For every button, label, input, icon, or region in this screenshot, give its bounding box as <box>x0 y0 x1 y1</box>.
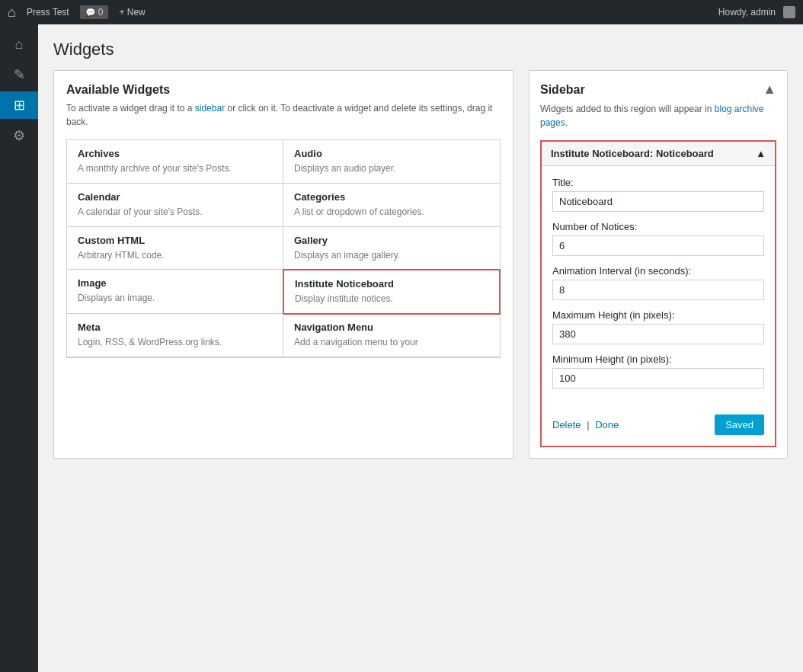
widget-custom-html-desc: Arbitrary HTML code. <box>78 249 272 262</box>
widget-categories-desc: A list or dropdown of categories. <box>294 206 489 219</box>
min-height-label: Minimum Height (in pixels): <box>552 354 764 365</box>
field-min-height: Minimum Height (in pixels): <box>552 354 764 389</box>
widget-audio-name: Audio <box>294 148 489 159</box>
nav-item-posts[interactable]: ✎ <box>0 61 38 88</box>
notices-input[interactable] <box>552 235 764 256</box>
notices-label: Number of Notices: <box>552 221 764 232</box>
page-title: Widgets <box>53 40 788 59</box>
widget-calendar-name: Calendar <box>78 191 272 203</box>
sidebar-area-header: Sidebar ▲ <box>540 82 776 98</box>
widget-navigation-menu[interactable]: Navigation Menu Add a navigation menu to… <box>283 314 500 357</box>
widget-custom-html[interactable]: Custom HTML Arbitrary HTML code. <box>67 227 283 270</box>
admin-bar-right: Howdy, admin <box>718 6 795 18</box>
widget-categories-name: Categories <box>294 191 489 203</box>
widget-meta-name: Meta <box>78 322 272 333</box>
interval-label: Animation Interval (in seconds): <box>552 265 764 277</box>
admin-bar-left: ⌂ Press Test 💬 0 + New <box>8 5 146 21</box>
widget-institute-noticeboard[interactable]: Institute Noticeboard Display institute … <box>283 269 501 315</box>
widget-image-name: Image <box>78 277 272 289</box>
widget-meta-desc: Login, RSS, & WordPress.org links. <box>78 336 272 349</box>
sidebar-panel: Sidebar ▲ Widgets added to this region w… <box>529 70 788 459</box>
sidebar-area-desc: Widgets added to this region will appear… <box>540 102 776 130</box>
title-label: Title: <box>552 177 764 188</box>
nav-item-dashboard[interactable]: ⌂ <box>0 30 38 58</box>
field-notices: Number of Notices: <box>552 221 764 256</box>
admin-bar-new-button[interactable]: + New <box>119 7 145 18</box>
delete-link[interactable]: Delete <box>552 419 581 430</box>
noticeboard-widget-header: Institute Noticeboard: Noticeboard ▲ <box>542 142 775 166</box>
widget-gallery-name: Gallery <box>294 235 489 246</box>
widget-archives[interactable]: Archives A monthly archive of your site'… <box>67 140 283 184</box>
field-title: Title: <box>552 177 764 212</box>
admin-wrapper: ⌂ ✎ ⊞ ⚙ Widgets Available Widgets To act… <box>0 24 803 672</box>
widget-image[interactable]: Image Displays an image. <box>67 270 283 314</box>
widget-navigation-menu-name: Navigation Menu <box>294 322 489 333</box>
widget-calendar[interactable]: Calendar A calendar of your site's Posts… <box>67 184 283 227</box>
wp-logo-icon: ⌂ <box>8 5 16 21</box>
widget-categories[interactable]: Categories A list or dropdown of categor… <box>283 184 500 227</box>
admin-bar-howdy: Howdy, admin <box>718 7 776 18</box>
widget-grid: Archives A monthly archive of your site'… <box>66 139 501 358</box>
field-interval: Animation Interval (in seconds): <box>552 265 764 300</box>
widget-archives-name: Archives <box>78 148 272 159</box>
widget-audio[interactable]: Audio Displays an audio player. <box>283 140 500 184</box>
noticeboard-collapse-arrow[interactable]: ▲ <box>756 148 766 159</box>
max-height-input[interactable] <box>552 324 764 344</box>
admin-bar-comment-bubble[interactable]: 💬 0 <box>80 5 109 19</box>
max-height-label: Maximum Height (in pixels): <box>552 309 764 321</box>
min-height-input[interactable] <box>552 368 764 389</box>
noticeboard-links: Delete | Done <box>552 419 619 430</box>
available-widgets-desc: To activate a widget drag it to a sideba… <box>66 101 501 129</box>
nav-item-settings[interactable]: ⚙ <box>0 122 38 149</box>
widget-gallery[interactable]: Gallery Displays an image gallery. <box>283 227 500 270</box>
title-input[interactable] <box>552 191 764 212</box>
noticeboard-widget: Institute Noticeboard: Noticeboard ▲ Tit… <box>540 140 776 447</box>
link-separator: | <box>587 419 592 430</box>
widget-navigation-menu-desc: Add a navigation menu to your <box>294 336 489 349</box>
done-link[interactable]: Done <box>595 419 619 430</box>
widget-archives-desc: A monthly archive of your site's Posts. <box>78 162 272 175</box>
admin-sidebar: ⌂ ✎ ⊞ ⚙ <box>0 24 38 672</box>
widget-audio-desc: Displays an audio player. <box>294 162 489 175</box>
sidebar-heading: Sidebar <box>540 83 585 97</box>
sidebar-collapse-arrow[interactable]: ▲ <box>763 82 776 98</box>
noticeboard-header-label: Institute Noticeboard: Noticeboard <box>551 148 714 159</box>
available-widgets-heading: Available Widgets <box>66 83 501 97</box>
admin-bar-site-link[interactable]: Press Test <box>27 7 69 18</box>
widget-image-desc: Displays an image. <box>78 292 272 305</box>
field-max-height: Maximum Height (in pixels): <box>552 309 764 344</box>
sidebar-widget-area: Sidebar ▲ Widgets added to this region w… <box>529 70 788 459</box>
widgets-layout: Available Widgets To activate a widget d… <box>53 70 788 459</box>
noticeboard-body: Title: Number of Notices: Animation Inte… <box>542 166 775 408</box>
widget-gallery-desc: Displays an image gallery. <box>294 249 489 262</box>
admin-content: Widgets Available Widgets To activate a … <box>38 24 803 672</box>
blog-archive-link[interactable]: blog archive pages <box>540 104 764 128</box>
widget-institute-noticeboard-name: Institute Noticeboard <box>295 278 488 290</box>
widgets-page: Widgets Available Widgets To activate a … <box>38 24 803 474</box>
available-widgets-panel: Available Widgets To activate a widget d… <box>53 70 513 459</box>
widget-calendar-desc: A calendar of your site's Posts. <box>78 206 272 219</box>
widget-institute-noticeboard-desc: Display institute notices. <box>295 293 488 306</box>
admin-top-bar: ⌂ Press Test 💬 0 + New Howdy, admin <box>0 0 803 24</box>
interval-input[interactable] <box>552 280 764 300</box>
widget-meta[interactable]: Meta Login, RSS, & WordPress.org links. <box>67 314 283 357</box>
noticeboard-footer: Delete | Done Saved <box>542 408 775 446</box>
admin-avatar <box>783 6 795 18</box>
saved-button[interactable]: Saved <box>715 414 764 435</box>
nav-item-widgets[interactable]: ⊞ <box>0 91 38 119</box>
widget-custom-html-name: Custom HTML <box>78 235 272 246</box>
sidebar-link[interactable]: sidebar <box>195 103 225 114</box>
